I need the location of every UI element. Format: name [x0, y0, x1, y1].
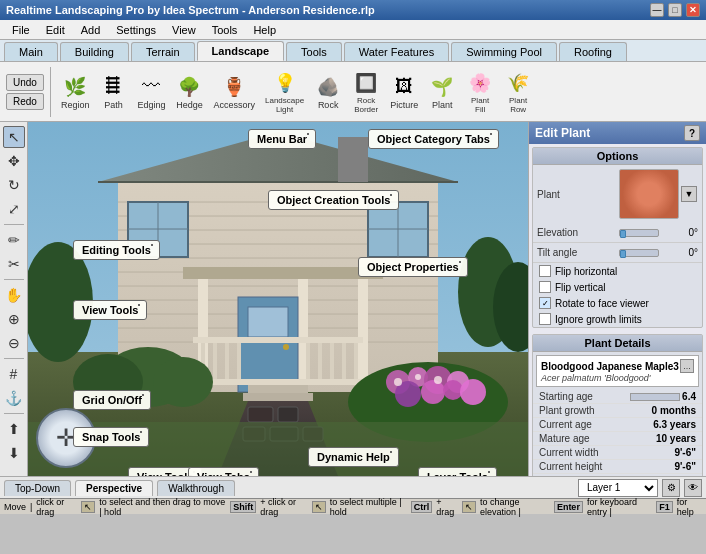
lt-scale[interactable]: ⤢: [3, 198, 25, 220]
menu-view[interactable]: View: [164, 22, 204, 38]
tab-perspective[interactable]: Perspective: [75, 480, 153, 496]
svg-rect-48: [278, 407, 298, 422]
viewport-svg: [28, 122, 528, 476]
menu-file[interactable]: File: [4, 22, 38, 38]
lt-move[interactable]: ✥: [3, 150, 25, 172]
plant-row-label: PlantRow: [509, 97, 527, 115]
tool-picture[interactable]: 🖼 Picture: [386, 71, 422, 113]
layer-settings-btn[interactable]: ⚙: [662, 479, 680, 497]
statusbar: Move | click or drag ↖ to select and the…: [0, 498, 706, 514]
lt-pan[interactable]: ✋: [3, 284, 25, 306]
path-label: Path: [104, 101, 123, 111]
svg-rect-34: [193, 379, 363, 385]
minimize-button[interactable]: —: [650, 3, 664, 17]
cattab-terrain[interactable]: Terrain: [131, 42, 195, 61]
status-text4: + drag: [436, 497, 458, 517]
region-icon: 🌿: [61, 73, 89, 101]
lt-snap[interactable]: ⚓: [3, 387, 25, 409]
path-icon: 🛤: [99, 73, 127, 101]
tool-plant-row[interactable]: 🌾 PlantRow: [500, 67, 536, 117]
svg-rect-23: [183, 267, 383, 279]
lt-up[interactable]: ⬆: [3, 418, 25, 440]
cattab-roofing[interactable]: Roofing: [559, 42, 627, 61]
svg-rect-33: [193, 337, 363, 343]
ignore-growth-checkbox[interactable]: [539, 313, 551, 325]
callout-obj-category-tabs: Object Category Tabs: [368, 129, 499, 149]
viewport[interactable]: ✛ Menu Bar Object Category Tabs Object C…: [28, 122, 528, 476]
tool-rock[interactable]: 🪨 Rock: [310, 71, 346, 113]
shift-key: Shift: [230, 501, 256, 513]
layer-select[interactable]: Layer 1: [578, 479, 658, 497]
lt-select[interactable]: ↖: [3, 126, 25, 148]
tab-top-down[interactable]: Top-Down: [4, 480, 71, 496]
cattab-tools[interactable]: Tools: [286, 42, 342, 61]
lt-zoom-in[interactable]: ⊕: [3, 308, 25, 330]
rotate-face-row: ✓ Rotate to face viewer: [533, 295, 702, 311]
svg-rect-47: [248, 407, 273, 422]
tool-region[interactable]: 🌿 Region: [57, 71, 94, 113]
callout-editing-tools: Editing Tools: [73, 240, 160, 260]
plant-name-browse[interactable]: …: [680, 359, 694, 373]
cattab-main[interactable]: Main: [4, 42, 58, 61]
svg-rect-19: [338, 137, 368, 182]
lt-delete[interactable]: ✂: [3, 253, 25, 275]
close-button[interactable]: ✕: [686, 3, 700, 17]
cattab-landscape[interactable]: Landscape: [197, 41, 284, 61]
right-panel: Edit Plant ? Options Plant ▼ Elevation 0…: [528, 122, 706, 476]
tilt-slider[interactable]: [619, 249, 659, 257]
tool-accessory[interactable]: 🏺 Accessory: [209, 71, 259, 113]
flip-vertical-checkbox[interactable]: [539, 281, 551, 293]
elevation-row: Elevation 0°: [533, 223, 702, 243]
lt-edit[interactable]: ✏: [3, 229, 25, 251]
plant-growth-value: 0 months: [652, 405, 696, 416]
bottom-area: Top-Down Perspective Walkthrough Layer 1…: [0, 476, 706, 498]
menu-edit[interactable]: Edit: [38, 22, 73, 38]
menu-add[interactable]: Add: [73, 22, 109, 38]
lt-zoom-out[interactable]: ⊖: [3, 332, 25, 354]
tool-path[interactable]: 🛤 Path: [95, 71, 131, 113]
callout-snap-tools: Snap Tools: [73, 427, 149, 447]
lt-sep2: [4, 279, 24, 280]
starting-age-slider[interactable]: [630, 393, 680, 401]
tool-rock-border[interactable]: 🔲 RockBorder: [348, 67, 384, 117]
tool-plant-fill[interactable]: 🌸 PlantFill: [462, 67, 498, 117]
status-move: Move: [4, 502, 26, 512]
tool-plant[interactable]: 🌱 Plant: [424, 71, 460, 113]
lt-grid[interactable]: #: [3, 363, 25, 385]
panel-help-button[interactable]: ?: [684, 125, 700, 141]
svg-rect-42: [342, 343, 346, 379]
tool-hedge[interactable]: 🌳 Hedge: [171, 71, 207, 113]
tab-walkthrough[interactable]: Walkthrough: [157, 480, 235, 496]
cattab-pool[interactable]: Swimming Pool: [451, 42, 557, 61]
cattab-water[interactable]: Water Features: [344, 42, 449, 61]
flip-horizontal-checkbox[interactable]: [539, 265, 551, 277]
edging-icon: 〰: [137, 73, 165, 101]
layer-visibility-btn[interactable]: 👁: [684, 479, 702, 497]
plant-image[interactable]: [619, 169, 679, 219]
lt-down[interactable]: ⬇: [3, 442, 25, 464]
svg-point-66: [153, 357, 213, 407]
menu-settings[interactable]: Settings: [108, 22, 164, 38]
plant-dropdown-btn[interactable]: ▼: [681, 186, 697, 202]
landscape-light-label: LandscapeLight: [265, 97, 304, 115]
lt-rotate[interactable]: ↻: [3, 174, 25, 196]
callout-menu-bar: Menu Bar: [248, 129, 316, 149]
mature-age-row: Mature age 10 years: [533, 432, 702, 446]
redo-button[interactable]: Redo: [6, 93, 44, 110]
current-width-label: Current width: [539, 447, 598, 458]
menu-help[interactable]: Help: [245, 22, 284, 38]
ignore-growth-label: Ignore growth limits: [555, 314, 642, 325]
plant-fill-label: PlantFill: [471, 97, 489, 115]
options-title: Options: [533, 148, 702, 165]
rotate-face-checkbox[interactable]: ✓: [539, 297, 551, 309]
maximize-button[interactable]: □: [668, 3, 682, 17]
flip-vertical-label: Flip vertical: [555, 282, 606, 293]
tool-edging[interactable]: 〰 Edging: [133, 71, 169, 113]
picture-label: Picture: [390, 101, 418, 111]
category-tabs: Main Building Terrain Landscape Tools Wa…: [0, 40, 706, 62]
undo-button[interactable]: Undo: [6, 74, 44, 91]
menu-tools[interactable]: Tools: [204, 22, 246, 38]
cattab-building[interactable]: Building: [60, 42, 129, 61]
elevation-slider[interactable]: [619, 229, 659, 237]
tool-landscape-light[interactable]: 💡 LandscapeLight: [261, 67, 308, 117]
